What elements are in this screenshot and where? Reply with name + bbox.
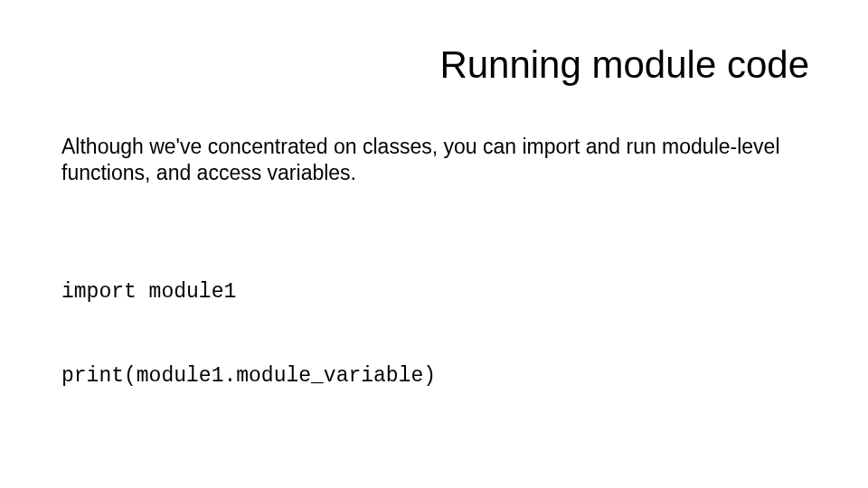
intro-paragraph: Although we've concentrated on classes, … bbox=[61, 134, 807, 186]
code-block-1: import module1 print(module1.module_vari… bbox=[61, 222, 807, 446]
code-line: import module1 bbox=[61, 278, 807, 306]
code-line: print(module1.module_variable) bbox=[61, 362, 807, 390]
slide-body: Although we've concentrated on classes, … bbox=[61, 134, 807, 488]
code-block-2: module1.module_function() a = module1.Cl… bbox=[61, 474, 807, 488]
slide: Running module code Although we've conce… bbox=[0, 0, 868, 488]
slide-title: Running module code bbox=[439, 43, 809, 87]
